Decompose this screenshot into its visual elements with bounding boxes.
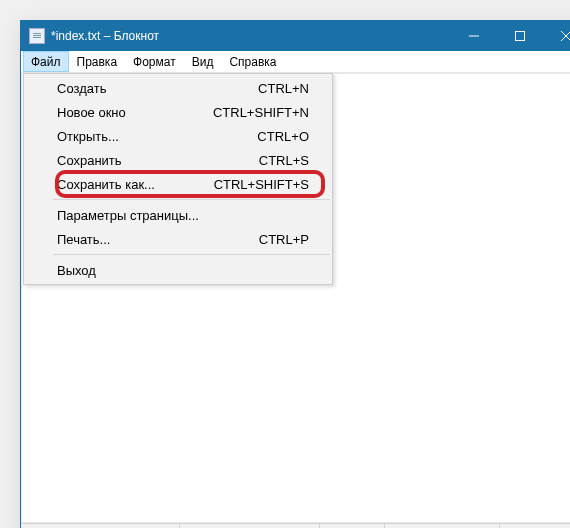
menu-label: Печать... (57, 232, 259, 247)
menu-shortcut: CTRL+P (259, 232, 309, 247)
menu-separator (53, 254, 330, 255)
menu-print[interactable]: Печать...CTRL+P (25, 227, 331, 251)
status-encoding: UTF-8 (499, 524, 570, 528)
statusbar: Стр 11, стлб 1 100% Windows (CRLF) UTF-8 (21, 523, 570, 528)
menu-separator (53, 199, 330, 200)
window-title: *index.txt – Блокнот (51, 29, 451, 43)
minimize-button[interactable] (451, 21, 497, 51)
svg-rect-1 (516, 32, 525, 41)
menu-label: Сохранить как... (57, 177, 214, 192)
menu-exit[interactable]: Выход (25, 258, 331, 282)
menubar: ФайлПравкаФорматВидСправка (21, 51, 570, 73)
menu-edit[interactable]: Правка (69, 51, 126, 72)
menu-shortcut: CTRL+N (258, 81, 309, 96)
menu-shortcut: CTRL+S (259, 153, 309, 168)
menu-view[interactable]: Вид (184, 51, 222, 72)
menu-new-window[interactable]: Новое окноCTRL+SHIFT+N (25, 100, 331, 124)
menu-new[interactable]: СоздатьCTRL+N (25, 76, 331, 100)
menu-save[interactable]: СохранитьCTRL+S (25, 148, 331, 172)
menu-label: Выход (57, 263, 309, 278)
menu-page-setup[interactable]: Параметры страницы... (25, 203, 331, 227)
menu-open[interactable]: Открыть...CTRL+O (25, 124, 331, 148)
status-position: Стр 11, стлб 1 (179, 524, 319, 528)
file-menu-dropdown: СоздатьCTRL+NНовое окноCTRL+SHIFT+NОткры… (23, 73, 333, 285)
menu-label: Создать (57, 81, 258, 96)
menu-label: Параметры страницы... (57, 208, 309, 223)
menu-label: Новое окно (57, 105, 213, 120)
menu-shortcut: CTRL+SHIFT+S (214, 177, 309, 192)
close-button[interactable] (543, 21, 570, 51)
window-controls (451, 21, 570, 51)
menu-format[interactable]: Формат (125, 51, 184, 72)
menu-label: Открыть... (57, 129, 257, 144)
titlebar[interactable]: *index.txt – Блокнот (21, 21, 570, 51)
notepad-window: *index.txt – Блокнот ФайлПравкаФорматВид… (20, 20, 570, 528)
menu-help[interactable]: Справка (221, 51, 284, 72)
status-zoom: 100% (319, 524, 384, 528)
notepad-icon (29, 28, 45, 44)
menu-shortcut: CTRL+SHIFT+N (213, 105, 309, 120)
menu-file[interactable]: Файл (23, 51, 69, 72)
status-eol: Windows (CRLF) (384, 524, 499, 528)
menu-shortcut: CTRL+O (257, 129, 309, 144)
menu-save-as[interactable]: Сохранить как...CTRL+SHIFT+S (25, 172, 331, 196)
maximize-button[interactable] (497, 21, 543, 51)
menu-label: Сохранить (57, 153, 259, 168)
